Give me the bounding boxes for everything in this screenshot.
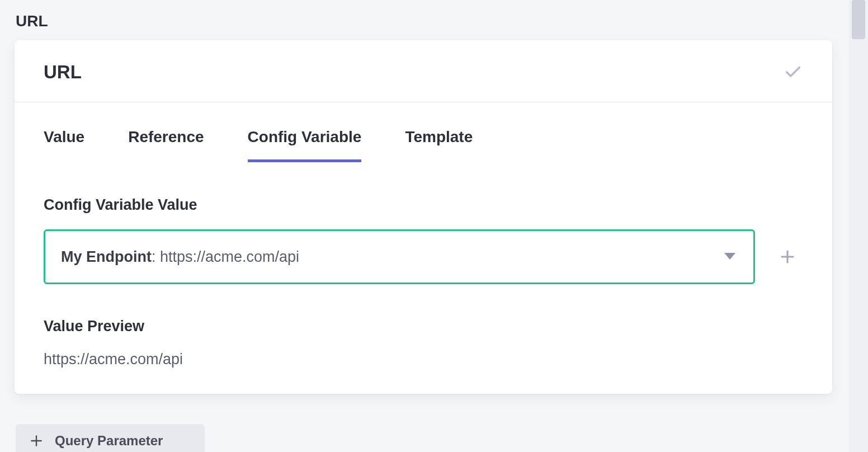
add-query-parameter-button[interactable]: Query Parameter (16, 424, 205, 452)
scrollbar-thumb[interactable] (852, 0, 865, 39)
value-preview-section: Value Preview https://acme.com/api (44, 318, 803, 368)
tab-config-variable[interactable]: Config Variable (248, 128, 362, 149)
url-config-card: URL Value Reference Config Variable Temp… (15, 40, 832, 394)
check-icon (784, 63, 803, 82)
card-body: Value Reference Config Variable Template… (15, 102, 832, 394)
tab-bar: Value Reference Config Variable Template (44, 128, 803, 149)
tab-template[interactable]: Template (405, 128, 473, 149)
add-config-variable-button[interactable] (777, 247, 798, 267)
confirm-button[interactable] (783, 62, 803, 82)
scrollbar-track[interactable] (849, 0, 868, 452)
chevron-down-icon (724, 253, 735, 261)
config-variable-selected-value: https://acme.com/api (160, 248, 299, 265)
plus-icon (779, 248, 796, 265)
config-variable-selected-name: My Endpoint (61, 248, 152, 265)
config-variable-selected-sep: : (152, 248, 160, 265)
value-preview-text: https://acme.com/api (44, 351, 803, 368)
tab-reference[interactable]: Reference (128, 128, 204, 149)
tab-value[interactable]: Value (44, 128, 84, 149)
config-variable-selected-text: My Endpoint: https://acme.com/api (61, 248, 299, 266)
svg-marker-0 (724, 253, 735, 260)
query-parameter-label: Query Parameter (55, 433, 163, 449)
config-variable-select[interactable]: My Endpoint: https://acme.com/api (44, 229, 755, 284)
section-label-url: URL (16, 12, 48, 30)
config-variable-select-row: My Endpoint: https://acme.com/api (44, 229, 803, 284)
card-title: URL (44, 62, 82, 83)
value-preview-label: Value Preview (44, 318, 803, 335)
plus-icon (29, 434, 44, 448)
card-header: URL (15, 40, 832, 102)
config-variable-value-label: Config Variable Value (44, 196, 803, 214)
